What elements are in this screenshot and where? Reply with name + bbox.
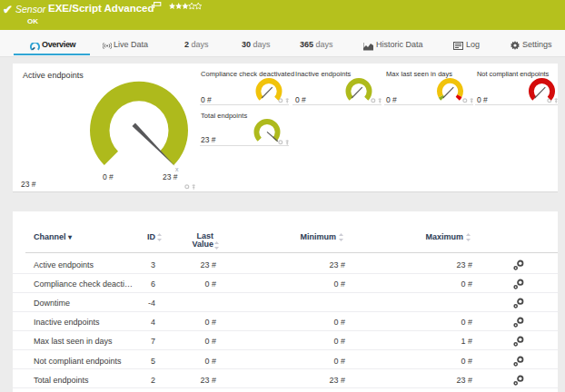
svg-text:x: x bbox=[175, 166, 179, 172]
